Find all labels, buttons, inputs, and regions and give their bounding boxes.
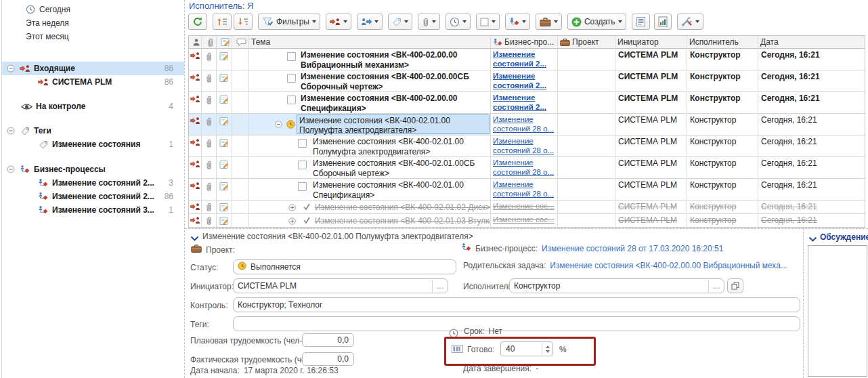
note-icon bbox=[221, 37, 230, 47]
tags-filter-button[interactable] bbox=[388, 14, 412, 30]
col-note[interactable] bbox=[217, 36, 232, 49]
ready-spinner[interactable] bbox=[542, 343, 552, 355]
process-detail-link[interactable]: Изменение состояний 28 от 17.03.2020 16:… bbox=[542, 244, 723, 253]
initiator-cell: СИСТЕМА PLM bbox=[615, 179, 687, 201]
col-date[interactable]: Дата bbox=[758, 36, 865, 49]
incoming-icon bbox=[190, 216, 200, 226]
actual-effort-field[interactable]: 0,0 bbox=[302, 352, 354, 366]
row-checkbox[interactable] bbox=[287, 52, 296, 61]
sort-descending-button[interactable] bbox=[234, 14, 253, 30]
view-title[interactable]: Исполнитель: Я bbox=[189, 1, 253, 11]
incoming-filter-button[interactable] bbox=[326, 14, 351, 30]
due-filter-button[interactable] bbox=[446, 14, 471, 30]
table-row[interactable]: Изменение состояния <ВК-400-02.00.00 Виб… bbox=[189, 49, 865, 70]
sidebar-item-tags[interactable]: Теги bbox=[2, 124, 184, 138]
report-button[interactable] bbox=[654, 14, 672, 30]
filters-button[interactable]: Фильтры bbox=[258, 14, 320, 30]
expander-minus-icon[interactable] bbox=[7, 127, 15, 135]
outgoing-filter-button[interactable] bbox=[357, 14, 383, 30]
sidebar-item-on-control[interactable]: На контроле 4 bbox=[2, 100, 184, 113]
process-link[interactable]: Изменение состояний 28 о... bbox=[493, 180, 555, 198]
table-row-completed[interactable]: Изменение состояния <ВК-400-02.01.03 Вту… bbox=[189, 214, 865, 228]
refresh-button[interactable] bbox=[188, 14, 207, 30]
attachments-filter-button[interactable] bbox=[418, 14, 440, 30]
table-row-selected[interactable]: Изменение состояния <ВК-400-02.01.00 Пол… bbox=[189, 114, 865, 135]
col-subject[interactable]: Тема bbox=[249, 36, 491, 49]
tags-field[interactable] bbox=[233, 316, 800, 331]
table-row[interactable]: Изменение состояния <ВК-400-02.01.00 Пол… bbox=[189, 135, 865, 157]
expander-minus-icon[interactable] bbox=[275, 121, 282, 128]
executor-cell: Конструктор bbox=[687, 201, 758, 214]
sidebar-item-process-filter[interactable]: Изменение состояний 2... 3 bbox=[2, 176, 184, 190]
planned-effort-field[interactable]: 0,0 bbox=[302, 333, 354, 347]
executor-field[interactable]: Конструктор ... bbox=[509, 278, 724, 293]
attachment-icon bbox=[205, 215, 213, 228]
initiator-select-button[interactable]: ... bbox=[432, 280, 443, 292]
parent-task-link[interactable]: Изменение состояния <ВК-400-02.00.00 Виб… bbox=[550, 261, 787, 270]
process-link[interactable]: Изменение сос... bbox=[493, 201, 555, 211]
sort-ascending-button[interactable] bbox=[213, 14, 232, 30]
start-date-row: Дата начала: 17 марта 2020 г. 16:26:53 bbox=[190, 366, 339, 375]
expander-plus-icon[interactable] bbox=[288, 203, 296, 211]
chevron-down-icon[interactable] bbox=[808, 235, 817, 241]
process-link[interactable]: Изменение состояний 2... bbox=[493, 71, 555, 90]
process-link[interactable]: Изменение состояний 28 о... bbox=[493, 136, 555, 155]
finish-date-value: - bbox=[536, 364, 538, 373]
date-cell: Сегодня, 16:21 bbox=[758, 214, 865, 228]
status-field[interactable]: Выполняется bbox=[233, 259, 456, 274]
note-icon bbox=[219, 216, 229, 228]
ready-field[interactable]: 40 bbox=[500, 341, 553, 356]
expander-plus-icon[interactable] bbox=[288, 217, 296, 224]
col-process[interactable]: Бизнес-про... bbox=[491, 36, 558, 49]
sidebar-item-business-processes[interactable]: Бизнес-процессы bbox=[2, 163, 184, 176]
col-executor[interactable]: Исполнитель bbox=[687, 36, 758, 49]
expander-minus-icon[interactable] bbox=[7, 165, 15, 173]
row-checkbox[interactable] bbox=[298, 182, 307, 191]
checkbox-filter-button[interactable] bbox=[476, 14, 500, 30]
selected-subject-box[interactable]: Изменение состояния <ВК-400-02.01.00 Пол… bbox=[297, 114, 490, 134]
business-process-button[interactable] bbox=[505, 14, 530, 30]
project-button[interactable] bbox=[536, 14, 562, 30]
executor-open-button[interactable] bbox=[727, 278, 743, 293]
col-initiator[interactable]: Инициатор bbox=[615, 36, 687, 49]
process-link[interactable]: Изменение сос... bbox=[493, 215, 555, 224]
tools-button[interactable] bbox=[677, 14, 703, 30]
col-project[interactable]: Проект bbox=[558, 36, 615, 49]
sidebar-item-this-week[interactable]: Эта неделя bbox=[2, 16, 184, 30]
table-row[interactable]: Изменение состояния <ВК-400-02.00.00СБ С… bbox=[189, 70, 865, 92]
row-checkbox[interactable] bbox=[287, 74, 296, 83]
sidebar-item-today[interactable]: Сегодня bbox=[2, 3, 184, 16]
sidebar-item-tag-change-state[interactable]: Изменение состояния 1 bbox=[2, 138, 184, 151]
table-row-completed[interactable]: Изменение состояния <ВК-400-02.01.02 Дис… bbox=[189, 201, 865, 214]
initiator-field[interactable]: СИСТЕМА PLM ... bbox=[233, 278, 448, 293]
list-view-button[interactable] bbox=[632, 14, 650, 30]
sidebar-item-sistema-plm[interactable]: СИСТЕМА PLM 86 bbox=[2, 75, 184, 89]
process-link[interactable]: Изменение состояний 28 о... bbox=[493, 158, 555, 177]
row-checkbox[interactable] bbox=[298, 139, 307, 148]
table-row[interactable]: Изменение состояния <ВК-400-02.01.00СБ С… bbox=[189, 157, 865, 179]
row-checkbox[interactable] bbox=[298, 161, 307, 169]
process-link[interactable]: Изменение состояний 2... bbox=[493, 93, 555, 112]
sidebar-item-process-filter[interactable]: Изменение состояний 3... 1 bbox=[2, 203, 184, 217]
sidebar-item-inbox[interactable]: Входящие 86 bbox=[2, 62, 184, 75]
process-link[interactable]: Изменение состояний 28 о... bbox=[493, 114, 555, 133]
sidebar-item-this-month[interactable]: Этот месяц bbox=[2, 30, 184, 43]
table-row[interactable]: Изменение состояния <ВК-400-02.00.00 Спе… bbox=[189, 92, 865, 114]
control-field[interactable]: Конструктор; Технолог bbox=[233, 297, 800, 312]
create-button[interactable]: Создать bbox=[567, 14, 626, 30]
process-link[interactable]: Изменение состояний 2... bbox=[493, 49, 555, 68]
sidebar-item-process-filter[interactable]: Изменение состояний 2... 86 bbox=[2, 190, 184, 203]
col-unread[interactable] bbox=[189, 36, 202, 49]
executor-select-button[interactable]: ... bbox=[708, 280, 720, 292]
table-row[interactable]: Изменение состояния <ВК-400-02.01.00 Спе… bbox=[189, 179, 865, 201]
attachment-icon bbox=[205, 73, 213, 85]
initiator-cell: СИСТЕМА PLM bbox=[615, 70, 687, 92]
chevron-down-icon[interactable] bbox=[190, 234, 199, 240]
row-checkbox[interactable] bbox=[287, 96, 296, 104]
col-attachment[interactable] bbox=[202, 36, 217, 49]
incoming-icon bbox=[330, 18, 341, 26]
expander-minus-icon[interactable] bbox=[7, 64, 15, 72]
tag-icon bbox=[19, 126, 30, 136]
col-comment[interactable] bbox=[232, 36, 249, 49]
person-icon bbox=[192, 38, 200, 46]
